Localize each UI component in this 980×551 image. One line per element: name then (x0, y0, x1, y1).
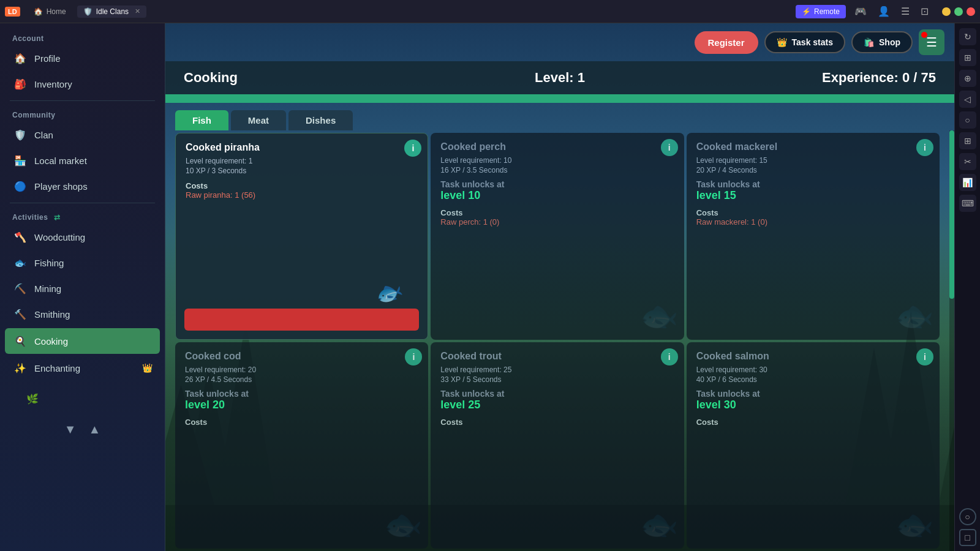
trout-bg-image: 🐟 (640, 507, 678, 542)
ld-icon-square[interactable]: □ (959, 529, 976, 546)
sidebar-item-fishing[interactable]: 🐟 Fishing (0, 250, 165, 276)
item-card-cooked-piranha[interactable]: Cooked piranha Level requirement: 1 10 X… (175, 133, 428, 340)
home-tab[interactable]: 🏠 Home (28, 6, 72, 18)
item-info-button-perch[interactable]: i (661, 139, 678, 156)
item-level-req-mackerel: Level requirement: 15 (696, 156, 930, 165)
menu-button[interactable]: ☰ (919, 29, 944, 55)
item-unlock-text-trout: Task unlocks at (440, 389, 674, 399)
minimize-button[interactable] (942, 7, 951, 16)
ld-icon-apps[interactable]: ⊞ (959, 132, 976, 149)
nav-up-arrow[interactable]: ▲ (89, 422, 101, 437)
sidebar-item-cooking[interactable]: 🍳 Cooking (5, 328, 160, 354)
nav-down-arrow[interactable]: ▼ (64, 422, 77, 437)
item-info-button-cod[interactable]: i (405, 348, 422, 365)
item-info-button-salmon[interactable]: i (916, 348, 933, 365)
perch-bg-image: 🐟 (640, 298, 678, 334)
sidebar: Account 🏠 Profile 🎒 Inventory Community … (0, 23, 165, 551)
scrollbar-track[interactable] (949, 130, 954, 551)
close-tab-icon[interactable]: ✕ (135, 7, 140, 15)
hamburger-icon: ☰ (926, 35, 937, 50)
item-xp-time-salmon: 40 XP / 6 Seconds (696, 375, 930, 384)
resize-icon[interactable]: ⊡ (918, 4, 931, 18)
item-cost-detail-perch: Raw perch: 1 (0) (440, 217, 674, 227)
ld-right-panel: ↻ ⊞ ⊕ ◁ ○ ⊞ ✂ 📊 ⌨ ○ □ (954, 23, 980, 551)
ld-icon-home[interactable]: ○ (959, 111, 976, 129)
item-unlock-level-salmon: level 30 (696, 399, 930, 411)
item-xp-time-mackerel: 20 XP / 4 Seconds (696, 166, 930, 174)
ld-icon-cut[interactable]: ✂ (959, 153, 976, 170)
game-content-wrapper: Register 👑 Task stats 🛍️ Shop ☰ (165, 23, 954, 551)
item-level-req-piranha: Level requirement: 1 (186, 157, 418, 165)
register-button[interactable]: Register (695, 31, 758, 54)
salmon-bg-image: 🐟 (895, 507, 933, 542)
item-xp-time-trout: 33 XP / 5 Seconds (440, 375, 674, 384)
ld-icon-rotate[interactable]: ↻ (959, 28, 976, 45)
item-title-cooked-piranha: Cooked piranha (186, 142, 418, 153)
divider-1 (10, 100, 155, 101)
sidebar-item-enchanting[interactable]: ✨ Enchanting 👑 (0, 355, 165, 381)
tab-fish[interactable]: Fish (175, 110, 228, 130)
item-unlock-text-cod: Task unlocks at (185, 389, 418, 399)
item-info-button-piranha[interactable]: i (404, 140, 421, 157)
mining-icon: ⛏️ (12, 280, 28, 296)
game-tab[interactable]: 🛡️ Idle Clans ✕ (77, 6, 146, 18)
ld-icon-circle[interactable]: ○ (959, 508, 976, 525)
item-info-button-trout[interactable]: i (661, 348, 678, 365)
game-header: Register 👑 Task stats 🛍️ Shop ☰ (165, 23, 954, 61)
ld-logo: LD (5, 7, 20, 17)
task-stats-button[interactable]: 👑 Task stats (764, 31, 845, 53)
item-info-button-mackerel[interactable]: i (916, 139, 933, 156)
item-card-cooked-salmon: Cooked salmon Level requirement: 30 40 X… (687, 342, 940, 549)
item-title-cooked-salmon: Cooked salmon (696, 351, 930, 362)
sidebar-item-smithing[interactable]: 🔨 Smithing (0, 301, 165, 327)
smithing-icon: 🔨 (12, 306, 28, 322)
scrollbar-thumb[interactable] (949, 130, 954, 299)
person-icon[interactable]: 👤 (875, 4, 892, 18)
fishing-icon: 🐟 (12, 255, 28, 271)
tab-meat[interactable]: Meat (231, 110, 286, 130)
sidebar-item-local-market[interactable]: 🏪 Local market (0, 148, 165, 173)
ld-icon-zoom[interactable]: ⊕ (959, 70, 976, 87)
tab-dishes[interactable]: Dishes (288, 110, 353, 130)
skill-name: Cooking (184, 70, 434, 86)
item-costs-label-cod: Costs (185, 418, 418, 427)
sidebar-item-clan[interactable]: 🛡️ Clan (0, 122, 165, 148)
sidebar-item-player-shops[interactable]: 🔵 Player shops (0, 173, 165, 199)
item-costs-label-trout: Costs (440, 418, 674, 427)
maximize-button[interactable] (954, 7, 963, 16)
enchanting-badge-icon: 👑 (142, 363, 153, 373)
item-cost-detail-piranha: Raw piranha: 1 (56) (186, 190, 418, 200)
more-icon: 🌿 (24, 391, 40, 407)
item-card-cooked-cod: Cooked cod Level requirement: 20 26 XP /… (175, 342, 428, 549)
ld-icon-chart[interactable]: 📊 (959, 174, 976, 191)
title-bar: LD 🏠 Home 🛡️ Idle Clans ✕ ⚡ Remote 🎮 👤 ☰… (0, 0, 980, 23)
sidebar-item-more[interactable]: 🌿 (12, 386, 153, 411)
nav-arrows: ▼ ▲ (0, 416, 165, 443)
xp-bar-container (165, 94, 954, 103)
account-section-title: Account (0, 28, 165, 45)
remote-button[interactable]: ⚡ Remote (796, 5, 846, 18)
sidebar-item-profile[interactable]: 🏠 Profile (0, 45, 165, 71)
item-unlock-text-salmon: Task unlocks at (696, 389, 930, 399)
sidebar-item-inventory[interactable]: 🎒 Inventory (0, 71, 165, 97)
community-section-title: Community (0, 105, 165, 122)
item-xp-time-cod: 26 XP / 4.5 Seconds (185, 375, 418, 384)
item-unlock-text-perch: Task unlocks at (440, 179, 674, 189)
menu-lines-icon[interactable]: ☰ (899, 4, 912, 18)
shop-button[interactable]: 🛍️ Shop (851, 31, 913, 53)
notification-dot (921, 32, 927, 38)
ld-icon-back[interactable]: ◁ (959, 91, 976, 108)
sidebar-item-woodcutting[interactable]: 🪓 Woodcutting (0, 224, 165, 250)
sidebar-item-mining[interactable]: ⛏️ Mining (0, 276, 165, 301)
item-unlock-level-perch: level 10 (440, 189, 674, 202)
ld-icon-keyboard[interactable]: ⌨ (959, 195, 976, 212)
enchanting-icon: ✨ (12, 360, 28, 376)
ld-icon-grid[interactable]: ⊞ (959, 49, 976, 66)
close-window-button[interactable] (967, 7, 975, 16)
gamepad-icon[interactable]: 🎮 (852, 4, 869, 18)
item-level-req-trout: Level requirement: 25 (440, 365, 674, 374)
home-icon: 🏠 (34, 7, 43, 16)
cod-bg-image: 🐟 (384, 507, 422, 542)
cook-button-piranha[interactable] (184, 309, 419, 331)
shop-icon: 🛍️ (864, 37, 874, 47)
